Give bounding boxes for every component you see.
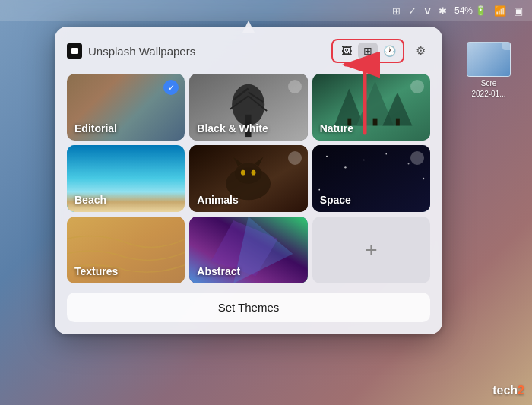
category-animals[interactable]: Animals	[189, 145, 307, 212]
unsplash-wallpapers-panel: Unsplash Wallpapers 🖼 ⊞ 🕐 ⚙ ✓ Editorial	[55, 27, 442, 334]
svg-point-30	[318, 189, 320, 191]
bw-dot	[288, 80, 302, 93]
editorial-label: Editorial	[74, 122, 117, 134]
unsplash-logo	[67, 43, 82, 59]
file-label-line1: Scre	[481, 79, 497, 87]
category-space[interactable]: Space	[312, 145, 430, 212]
space-label: Space	[320, 194, 351, 206]
watermark: tech2	[492, 384, 524, 397]
file-thumbnail	[467, 42, 511, 77]
svg-point-25	[344, 166, 346, 168]
panel-title: Unsplash Wallpapers	[88, 45, 331, 58]
beach-label: Beach	[74, 194, 106, 206]
desktop-file-icon[interactable]: Scre 2022-01...	[467, 42, 511, 98]
unsplash-logo-inner	[71, 48, 78, 54]
header-icons-group: 🖼 ⊞ 🕐 ⚙	[331, 39, 430, 63]
animals-label: Animals	[197, 194, 238, 206]
category-editorial[interactable]: ✓ Editorial	[67, 74, 185, 141]
category-beach[interactable]: Beach	[67, 145, 185, 212]
panel-title-normal: Wallpapers	[136, 45, 196, 58]
category-nature[interactable]: Nature	[312, 74, 430, 141]
grid-view-button[interactable]: ⊞	[358, 43, 378, 59]
svg-point-29	[423, 178, 424, 179]
textures-label: Textures	[74, 265, 118, 277]
space-dot	[410, 151, 424, 165]
category-black-white[interactable]: Black & White	[189, 74, 307, 141]
battery-icon: 🔋	[475, 5, 486, 16]
svg-point-26	[385, 153, 387, 155]
nature-dot	[410, 80, 424, 93]
panel-title-bold: Unsplash	[88, 45, 136, 58]
svg-point-27	[407, 163, 409, 164]
menu-bar: ⊞ ✓ V ✱ 54% 🔋 📶 ▣	[0, 0, 532, 21]
photo-view-button[interactable]: 🖼	[337, 43, 356, 59]
watermark-text: tech	[492, 384, 518, 397]
check-icon: ✓	[408, 5, 416, 17]
wifi-icon: 📶	[494, 5, 506, 17]
category-abstract[interactable]: Abstract	[189, 217, 307, 283]
category-add[interactable]: +	[312, 217, 430, 283]
settings-button[interactable]: ⚙	[410, 43, 430, 59]
file-label-line2: 2022-01...	[471, 90, 505, 98]
recent-view-button[interactable]: 🕐	[379, 43, 399, 59]
svg-point-28	[363, 160, 365, 161]
svg-point-24	[326, 156, 328, 157]
battery-indicator: 54% 🔋	[454, 5, 486, 16]
svg-point-21	[241, 170, 245, 176]
v-icon: V	[424, 5, 431, 17]
abstract-label: Abstract	[197, 265, 240, 277]
category-grid: ✓ Editorial	[67, 74, 430, 283]
category-textures[interactable]: Textures	[67, 217, 185, 283]
svg-rect-14	[396, 119, 400, 126]
nature-label: Nature	[320, 122, 353, 134]
bluetooth-icon: ✱	[439, 5, 447, 17]
svg-point-22	[252, 170, 256, 176]
set-themes-button[interactable]: Set Themes	[67, 293, 430, 322]
animals-dot	[288, 151, 302, 165]
battery-percent: 54%	[454, 5, 473, 16]
add-category-icon: +	[365, 238, 377, 262]
view-toggle-group: 🖼 ⊞ 🕐	[331, 39, 404, 63]
bw-label: Black & White	[197, 122, 268, 134]
svg-rect-13	[372, 119, 377, 126]
panel-header: Unsplash Wallpapers 🖼 ⊞ 🕐 ⚙	[67, 39, 430, 63]
watermark-accent: 2	[518, 384, 524, 397]
display-icon: ▣	[514, 5, 523, 17]
screenshot-icon: ⊞	[392, 5, 401, 17]
svg-point-18	[235, 163, 261, 183]
